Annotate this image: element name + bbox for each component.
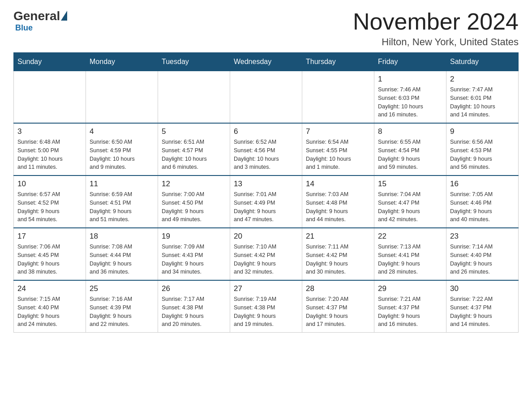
calendar-cell: 26Sunrise: 7:17 AM Sunset: 4:38 PM Dayli… [158,280,230,333]
day-number: 10 [17,180,82,188]
day-info: Sunrise: 7:47 AM Sunset: 6:01 PM Dayligh… [450,86,515,119]
calendar-cell: 17Sunrise: 7:06 AM Sunset: 4:45 PM Dayli… [14,228,86,280]
day-number: 23 [450,232,515,241]
calendar-table: SundayMondayTuesdayWednesdayThursdayFrid… [13,52,519,333]
day-info: Sunrise: 7:20 AM Sunset: 4:37 PM Dayligh… [306,295,370,329]
calendar-cell: 28Sunrise: 7:20 AM Sunset: 4:37 PM Dayli… [302,280,374,333]
day-number: 30 [450,284,515,293]
day-number: 15 [378,180,442,188]
weekday-header-saturday: Saturday [446,53,519,71]
day-number: 28 [306,284,370,293]
calendar-week-4: 17Sunrise: 7:06 AM Sunset: 4:45 PM Dayli… [14,228,519,280]
day-info: Sunrise: 6:55 AM Sunset: 4:54 PM Dayligh… [378,138,442,171]
day-info: Sunrise: 7:10 AM Sunset: 4:42 PM Dayligh… [234,243,298,276]
day-number: 5 [162,127,226,136]
day-number: 3 [17,127,82,136]
day-info: Sunrise: 6:54 AM Sunset: 4:55 PM Dayligh… [306,138,370,171]
day-number: 19 [162,232,226,241]
calendar-cell: 16Sunrise: 7:05 AM Sunset: 4:46 PM Dayli… [446,176,519,228]
day-number: 4 [90,127,154,136]
calendar-cell: 25Sunrise: 7:16 AM Sunset: 4:39 PM Dayli… [86,280,158,333]
day-number: 8 [378,127,442,136]
calendar-cell: 29Sunrise: 7:21 AM Sunset: 4:37 PM Dayli… [374,280,446,333]
day-info: Sunrise: 7:22 AM Sunset: 4:37 PM Dayligh… [450,295,515,329]
day-info: Sunrise: 7:21 AM Sunset: 4:37 PM Dayligh… [378,295,442,329]
calendar-cell [86,71,158,123]
day-number: 18 [90,232,154,241]
calendar-cell: 13Sunrise: 7:01 AM Sunset: 4:49 PM Dayli… [230,176,302,228]
calendar-cell [158,71,230,123]
day-number: 26 [162,284,226,293]
day-info: Sunrise: 7:00 AM Sunset: 4:50 PM Dayligh… [162,190,226,224]
day-info: Sunrise: 7:15 AM Sunset: 4:40 PM Dayligh… [17,295,82,329]
calendar-cell: 15Sunrise: 7:04 AM Sunset: 4:47 PM Dayli… [374,176,446,228]
calendar-cell [302,71,374,123]
day-number: 29 [378,284,442,293]
weekday-header-thursday: Thursday [302,53,374,71]
calendar-cell [230,71,302,123]
day-number: 24 [17,284,82,293]
day-number: 1 [378,75,442,84]
calendar-week-2: 3Sunrise: 6:48 AM Sunset: 5:00 PM Daylig… [14,123,519,176]
day-info: Sunrise: 6:48 AM Sunset: 5:00 PM Dayligh… [17,138,82,171]
day-number: 13 [234,180,298,188]
calendar-cell: 10Sunrise: 6:57 AM Sunset: 4:52 PM Dayli… [14,176,86,228]
calendar-cell: 24Sunrise: 7:15 AM Sunset: 4:40 PM Dayli… [14,280,86,333]
day-number: 6 [234,127,298,136]
logo-blue-text: Blue [15,23,33,33]
calendar-cell: 21Sunrise: 7:11 AM Sunset: 4:42 PM Dayli… [302,228,374,280]
calendar-week-3: 10Sunrise: 6:57 AM Sunset: 4:52 PM Dayli… [14,176,519,228]
day-info: Sunrise: 7:17 AM Sunset: 4:38 PM Dayligh… [162,295,226,329]
day-info: Sunrise: 6:50 AM Sunset: 4:59 PM Dayligh… [90,138,154,171]
logo-general-text: General [13,9,60,23]
calendar-cell: 22Sunrise: 7:13 AM Sunset: 4:41 PM Dayli… [374,228,446,280]
day-info: Sunrise: 6:52 AM Sunset: 4:56 PM Dayligh… [234,138,298,171]
calendar-cell: 3Sunrise: 6:48 AM Sunset: 5:00 PM Daylig… [14,123,86,176]
title-section: November 2024 Hilton, New York, United S… [353,9,519,48]
day-info: Sunrise: 6:51 AM Sunset: 4:57 PM Dayligh… [162,138,226,171]
day-number: 25 [90,284,154,293]
calendar-cell: 7Sunrise: 6:54 AM Sunset: 4:55 PM Daylig… [302,123,374,176]
location-title: Hilton, New York, United States [353,36,519,48]
day-number: 21 [306,232,370,241]
page-header: General Blue November 2024 Hilton, New Y… [13,9,519,48]
day-number: 11 [90,180,154,188]
weekday-header-row: SundayMondayTuesdayWednesdayThursdayFrid… [14,53,519,71]
day-info: Sunrise: 7:05 AM Sunset: 4:46 PM Dayligh… [450,190,515,224]
day-info: Sunrise: 7:03 AM Sunset: 4:48 PM Dayligh… [306,190,370,224]
day-number: 7 [306,127,370,136]
calendar-cell: 14Sunrise: 7:03 AM Sunset: 4:48 PM Dayli… [302,176,374,228]
calendar-cell: 20Sunrise: 7:10 AM Sunset: 4:42 PM Dayli… [230,228,302,280]
day-info: Sunrise: 7:13 AM Sunset: 4:41 PM Dayligh… [378,243,442,276]
calendar-cell: 12Sunrise: 7:00 AM Sunset: 4:50 PM Dayli… [158,176,230,228]
calendar-cell: 30Sunrise: 7:22 AM Sunset: 4:37 PM Dayli… [446,280,519,333]
day-number: 22 [378,232,442,241]
weekday-header-tuesday: Tuesday [158,53,230,71]
day-info: Sunrise: 6:59 AM Sunset: 4:51 PM Dayligh… [90,190,154,224]
weekday-header-sunday: Sunday [14,53,86,71]
day-info: Sunrise: 7:09 AM Sunset: 4:43 PM Dayligh… [162,243,226,276]
calendar-cell: 5Sunrise: 6:51 AM Sunset: 4:57 PM Daylig… [158,123,230,176]
calendar-cell: 18Sunrise: 7:08 AM Sunset: 4:44 PM Dayli… [86,228,158,280]
day-info: Sunrise: 7:04 AM Sunset: 4:47 PM Dayligh… [378,190,442,224]
day-info: Sunrise: 7:19 AM Sunset: 4:38 PM Dayligh… [234,295,298,329]
calendar-cell: 4Sunrise: 6:50 AM Sunset: 4:59 PM Daylig… [86,123,158,176]
day-number: 9 [450,127,515,136]
day-info: Sunrise: 7:06 AM Sunset: 4:45 PM Dayligh… [17,243,82,276]
weekday-header-monday: Monday [86,53,158,71]
day-info: Sunrise: 7:16 AM Sunset: 4:39 PM Dayligh… [90,295,154,329]
day-number: 20 [234,232,298,241]
day-number: 2 [450,75,515,84]
logo: General Blue [13,9,67,33]
day-number: 27 [234,284,298,293]
calendar-cell: 9Sunrise: 6:56 AM Sunset: 4:53 PM Daylig… [446,123,519,176]
day-info: Sunrise: 6:56 AM Sunset: 4:53 PM Dayligh… [450,138,515,171]
day-number: 17 [17,232,82,241]
calendar-cell: 1Sunrise: 7:46 AM Sunset: 6:03 PM Daylig… [374,71,446,123]
weekday-header-wednesday: Wednesday [230,53,302,71]
day-info: Sunrise: 6:57 AM Sunset: 4:52 PM Dayligh… [17,190,82,224]
weekday-header-friday: Friday [374,53,446,71]
calendar-cell [14,71,86,123]
day-info: Sunrise: 7:01 AM Sunset: 4:49 PM Dayligh… [234,190,298,224]
day-info: Sunrise: 7:08 AM Sunset: 4:44 PM Dayligh… [90,243,154,276]
